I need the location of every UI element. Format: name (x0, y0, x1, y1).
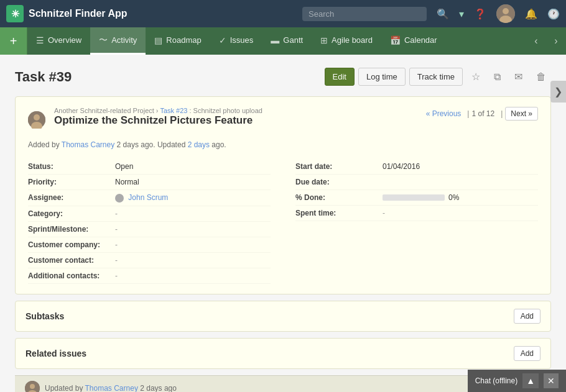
star-icon[interactable]: ☆ (466, 67, 485, 86)
footer-text: Updated by Thomas Carney 2 days ago (45, 384, 177, 392)
search-icon[interactable]: 🔍 (437, 8, 449, 20)
customer-company-label: Customer company: (28, 240, 115, 249)
email-icon[interactable]: ✉ (509, 67, 527, 86)
search-input[interactable] (302, 7, 427, 21)
start-date-value: 01/04/2016 (383, 162, 420, 171)
field-customer-company: Customer company: - (28, 237, 271, 253)
svg-point-1 (503, 8, 509, 14)
nav-next-arrow[interactable]: › (546, 27, 566, 55)
field-priority: Priority: Normal (28, 175, 271, 190)
additional-contacts-value: - (115, 271, 118, 280)
dropdown-icon[interactable]: ▾ (459, 8, 464, 20)
customer-contact-value: - (115, 256, 118, 265)
additional-contacts-label: Additional contacts: (28, 271, 115, 280)
nav-item-activity[interactable]: 〜 Activity (90, 27, 146, 55)
footer-avatar (25, 381, 40, 392)
log-time-button[interactable]: Log time (358, 68, 406, 86)
field-due-date: Due date: (295, 175, 538, 190)
progress-percent: 0% (448, 193, 459, 202)
chat-label: Chat (offline) (475, 376, 517, 385)
task-card: Another Schnitzel-related Project › Task… (15, 96, 551, 294)
breadcrumb-project: Another Schnitzel-related Project › Task… (54, 107, 262, 114)
add-related-issue-button[interactable]: Add (514, 346, 540, 361)
field-percent-done: % Done: 0% (295, 190, 538, 206)
updated-days-link[interactable]: 2 days (188, 140, 210, 149)
assignee-avatar (115, 194, 124, 203)
page-title: Task #39 (15, 69, 325, 85)
field-customer-contact: Customer contact: - (28, 253, 271, 268)
nav-label-activity: Activity (111, 35, 137, 45)
customer-company-value: - (115, 240, 118, 249)
pagination-prev[interactable]: « Previous (426, 109, 462, 118)
added-by-link[interactable]: Thomas Carney (62, 140, 114, 149)
avatar[interactable] (496, 4, 515, 23)
nav-item-gantt[interactable]: ▬ Gantt (262, 27, 312, 55)
nav-label-calendar: Calendar (404, 35, 437, 45)
activity-icon: 〜 (99, 35, 108, 46)
nav-item-agile[interactable]: ⊞ Agile board (312, 27, 381, 55)
chat-toggle-button[interactable]: ▲ (522, 373, 539, 388)
pagination-next[interactable]: Next » (505, 107, 538, 121)
svg-point-7 (30, 384, 35, 389)
chat-widget: Chat (offline) ▲ ✕ (468, 370, 566, 392)
logo-icon: ✳ (6, 5, 24, 22)
nav-item-overview[interactable]: ☰ Overview (27, 27, 90, 55)
calendar-icon: 📅 (390, 35, 401, 45)
field-start-date: Start date: 01/04/2016 (295, 159, 538, 175)
related-task-text: Schnitzel photo upload (193, 107, 262, 114)
category-label: Category: (28, 209, 115, 218)
overview-icon: ☰ (36, 35, 44, 45)
related-issues-title: Related issues (26, 349, 86, 358)
nav-label-issues: Issues (230, 35, 254, 45)
copy-icon[interactable]: ⧉ (489, 68, 506, 86)
project-name: Another Schnitzel-related Project (54, 107, 154, 114)
bell-icon[interactable]: 🔔 (525, 8, 537, 20)
add-subtask-button[interactable]: Add (514, 309, 540, 324)
nav-item-issues[interactable]: ✓ Issues (210, 27, 262, 55)
page-header: Task #39 Edit Log time Track time ☆ ⧉ ✉ … (15, 67, 551, 86)
progress-bar-wrap: 0% (383, 193, 459, 202)
priority-value: Normal (115, 178, 139, 186)
field-category: Category: - (28, 206, 271, 222)
status-value: Open (115, 162, 133, 171)
nav-item-roadmap[interactable]: ▤ Roadmap (146, 27, 210, 55)
delete-icon[interactable]: 🗑 (531, 68, 551, 86)
footer-author-link[interactable]: Thomas Carney (85, 384, 141, 392)
top-navigation: ✳ Schnitzel Finder App 🔍 ▾ ❓ 🔔 🕐 (0, 0, 566, 27)
gantt-icon: ▬ (271, 35, 279, 45)
chat-bar: Chat (offline) ▲ ✕ (468, 370, 566, 392)
track-time-button[interactable]: Track time (409, 68, 463, 86)
edit-button[interactable]: Edit (325, 68, 355, 86)
field-sprint: Sprint/Milestone: - (28, 222, 271, 237)
field-status: Status: Open (28, 159, 271, 175)
page-actions: Edit Log time Track time ☆ ⧉ ✉ 🗑 (325, 67, 551, 86)
top-nav-icons: 🔍 ▾ ❓ 🔔 🕐 (302, 4, 560, 23)
field-assignee: Assignee: John Scrum (28, 190, 271, 206)
chat-close-button[interactable]: ✕ (544, 373, 559, 388)
assignee-label: Assignee: (28, 193, 115, 202)
due-date-label: Due date: (295, 178, 383, 186)
add-button[interactable]: + (0, 27, 27, 55)
subtasks-title: Subtasks (26, 311, 64, 321)
roadmap-icon: ▤ (154, 35, 162, 45)
sprint-label: Sprint/Milestone: (28, 225, 115, 234)
related-task-link[interactable]: Task #23 (160, 107, 189, 114)
nav-prev-arrow[interactable]: ‹ (526, 27, 546, 55)
assignee-value[interactable]: John Scrum (115, 193, 168, 203)
field-additional-contacts: Additional contacts: - (28, 268, 271, 284)
added-days: 2 days (117, 140, 139, 149)
main-content: Task #39 Edit Log time Track time ☆ ⧉ ✉ … (0, 55, 566, 392)
help-icon[interactable]: ❓ (474, 8, 486, 20)
nav-items: ☰ Overview 〜 Activity ▤ Roadmap ✓ Issues… (27, 27, 526, 55)
nav-label-gantt: Gantt (283, 35, 303, 45)
pagination: « Previous | 1 of 12 | Next » (426, 107, 538, 121)
pagination-info: 1 of 12 (471, 109, 494, 118)
spent-time-label: Spent time: (295, 209, 383, 217)
time-icon[interactable]: 🕐 (547, 8, 560, 20)
percent-done-value: 0% (383, 193, 459, 202)
spent-time-value: - (383, 209, 385, 217)
start-date-label: Start date: (295, 162, 383, 171)
nav-item-calendar[interactable]: 📅 Calendar (381, 27, 446, 55)
breadcrumb: Another Schnitzel-related Project › Task… (54, 107, 262, 133)
right-panel-toggle[interactable]: ❯ (550, 81, 566, 103)
